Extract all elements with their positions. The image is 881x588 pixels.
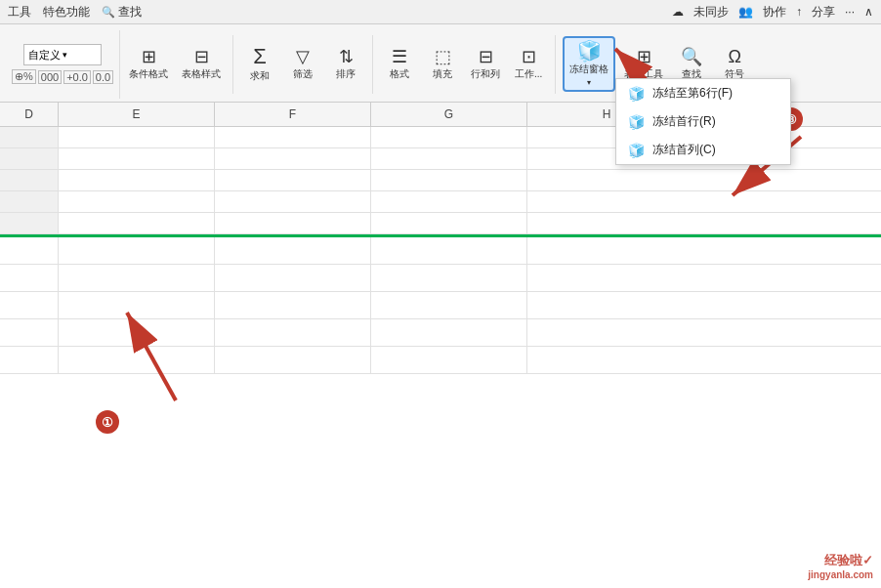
format-label: 格式 [390, 67, 409, 81]
cell-h8[interactable] [527, 292, 686, 318]
cell-h3[interactable] [527, 170, 686, 190]
format-num3[interactable]: 0.0 [93, 70, 113, 84]
rowcol-label: 行和列 [471, 67, 500, 81]
cell-d4[interactable] [0, 191, 59, 212]
freeze-to-row6-item[interactable]: 🧊 冻结至第6行(F) [616, 79, 790, 107]
condition-format-label: 条件格式 [129, 67, 168, 81]
cell-e4[interactable] [59, 191, 215, 212]
cell-f3[interactable] [215, 170, 371, 190]
cell-f7[interactable] [215, 265, 371, 291]
filter-button[interactable]: ▽ 筛选 [283, 45, 322, 84]
sum-button[interactable]: Σ 求和 [240, 43, 279, 86]
tabletools-icon: ⊞ [637, 48, 651, 65]
table-row [0, 319, 881, 347]
rowcol-icon: ⊟ [479, 48, 493, 65]
table-row [0, 292, 881, 319]
menu-features[interactable]: 特色功能 [43, 4, 90, 21]
cell-g9[interactable] [371, 319, 527, 346]
cell-h4[interactable] [527, 191, 686, 212]
separator-3 [555, 35, 556, 94]
worktools-button[interactable]: ⊡ 工作... [509, 45, 548, 84]
col-header-g: G [371, 103, 527, 126]
cell-g10[interactable] [371, 347, 527, 373]
cell-g1[interactable] [371, 127, 527, 147]
cell-f9[interactable] [215, 319, 371, 346]
cell-h10[interactable] [527, 347, 686, 373]
format-num2[interactable]: +0.0 [63, 70, 91, 84]
cell-g5[interactable] [371, 213, 527, 233]
cell-e3[interactable] [59, 170, 215, 190]
cell-d3[interactable] [0, 170, 59, 190]
freeze-first-col-item[interactable]: 🧊 冻结首列(C) [616, 136, 790, 164]
freeze-first-col-label: 冻结首列(C) [652, 142, 716, 158]
cell-e7[interactable] [59, 265, 215, 291]
cell-e1[interactable] [59, 127, 215, 147]
cell-h5[interactable] [527, 213, 686, 233]
freeze-dropdown-menu: 🧊 冻结至第6行(F) 🧊 冻结首行(R) 🧊 冻结首列(C) [615, 78, 791, 165]
col-header-d: D [0, 103, 59, 126]
cell-f4[interactable] [215, 191, 371, 212]
format-button[interactable]: ☰ 格式 [380, 45, 419, 84]
cell-g3[interactable] [371, 170, 527, 190]
style-dropdown[interactable]: 自定义 ▾ [23, 44, 102, 65]
cell-d6[interactable] [0, 237, 59, 264]
cell-g2[interactable] [371, 148, 527, 169]
cell-g4[interactable] [371, 191, 527, 212]
symbol-icon: Ω [728, 48, 740, 65]
cell-h6[interactable] [527, 237, 686, 264]
table-row [0, 237, 881, 265]
style-group: 自定义 ▾ ⊕% 000 +0.0 0.0 [6, 30, 120, 99]
table-row [0, 213, 881, 234]
search-icon: 🔍 [102, 6, 115, 18]
cell-f10[interactable] [215, 347, 371, 373]
table-style-button[interactable]: ⊟ 表格样式 [177, 45, 226, 84]
cell-e2[interactable] [59, 148, 215, 169]
cell-d2[interactable] [0, 148, 59, 169]
table-row [0, 191, 881, 213]
cell-f8[interactable] [215, 292, 371, 318]
cell-d5[interactable] [0, 213, 59, 233]
rowcol-button[interactable]: ⊟ 行和列 [466, 45, 505, 84]
percent-icon[interactable]: ⊕% [12, 69, 36, 84]
col-header-e: E [59, 103, 215, 126]
sort-button[interactable]: ⇅ 排序 [326, 45, 365, 84]
cloud-icon: ☁ [672, 5, 684, 19]
cell-g7[interactable] [371, 265, 527, 291]
cell-d1[interactable] [0, 127, 59, 147]
cell-f6[interactable] [215, 237, 371, 264]
cell-g8[interactable] [371, 292, 527, 318]
menu-tools[interactable]: 工具 [8, 4, 31, 21]
cell-d9[interactable] [0, 319, 59, 346]
freeze-dropdown-arrow: ▾ [587, 78, 591, 87]
watermark-line2: jingyanlа.com [808, 569, 873, 580]
cell-h7[interactable] [527, 265, 686, 291]
filter-label: 筛选 [293, 67, 313, 81]
format-num1[interactable]: 000 [38, 70, 62, 84]
cell-e6[interactable] [59, 237, 215, 264]
sync-status[interactable]: 未同步 [693, 4, 729, 21]
cell-d7[interactable] [0, 265, 59, 291]
cell-h9[interactable] [527, 319, 686, 346]
fill-button[interactable]: ⬚ 填充 [423, 45, 462, 84]
cell-d10[interactable] [0, 347, 59, 373]
cell-g6[interactable] [371, 237, 527, 264]
freeze-button[interactable]: 🧊 冻结窗格 ▾ [563, 36, 615, 92]
menu-search[interactable]: 🔍 查找 [102, 4, 142, 21]
cell-d8[interactable] [0, 292, 59, 318]
cell-f1[interactable] [215, 127, 371, 147]
cell-f2[interactable] [215, 148, 371, 169]
watermark-line1: 经验啦✓ [808, 552, 873, 569]
top-bar-left: 工具 特色功能 🔍 查找 [8, 4, 142, 21]
share-button[interactable]: 分享 [812, 4, 835, 21]
more-button[interactable]: ··· [845, 5, 855, 19]
collab-button[interactable]: 协作 [763, 4, 786, 21]
filter-icon: ▽ [296, 48, 310, 65]
cell-f5[interactable] [215, 213, 371, 233]
condition-format-button[interactable]: ⊞ 条件格式 [124, 45, 173, 84]
cell-e9[interactable] [59, 319, 215, 346]
cell-e5[interactable] [59, 213, 215, 233]
freeze-first-row-item[interactable]: 🧊 冻结首行(R) [616, 107, 790, 136]
close-button[interactable]: ∧ [864, 5, 873, 19]
cell-e10[interactable] [59, 347, 215, 373]
cell-e8[interactable] [59, 292, 215, 318]
